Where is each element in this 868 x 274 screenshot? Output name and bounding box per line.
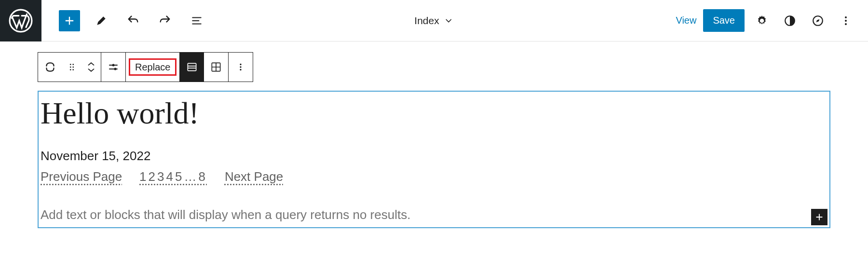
- top-left-tools: [59, 10, 207, 31]
- redo-button[interactable]: [154, 10, 176, 31]
- gear-icon: [756, 14, 768, 27]
- list-view-layout-button[interactable]: [180, 53, 204, 82]
- svg-point-13: [114, 68, 117, 70]
- grid-view-layout-button[interactable]: [204, 53, 228, 82]
- sliders-icon: [108, 61, 119, 73]
- svg-point-16: [240, 64, 242, 65]
- svg-point-8: [70, 67, 71, 68]
- no-results-placeholder[interactable]: Add text or blocks that will display whe…: [41, 207, 827, 222]
- svg-point-18: [240, 69, 242, 70]
- post-title[interactable]: Hello world!: [41, 96, 827, 131]
- chevron-down-icon: [86, 67, 96, 73]
- save-button[interactable]: Save: [703, 9, 745, 32]
- drag-icon: [67, 62, 77, 72]
- svg-point-5: [845, 23, 847, 25]
- replace-label: Replace: [135, 62, 170, 73]
- top-right-actions: View Save: [676, 9, 868, 32]
- plus-icon: [814, 212, 825, 222]
- chevron-down-icon: [444, 16, 454, 26]
- navigation-button[interactable]: [807, 10, 828, 31]
- plus-icon: [63, 14, 76, 27]
- pencil-icon: [95, 14, 108, 27]
- template-selector[interactable]: Index: [414, 15, 453, 27]
- pagination-numbers[interactable]: 12345…8: [139, 169, 207, 184]
- query-loop-icon: [44, 61, 56, 73]
- svg-point-17: [240, 66, 242, 68]
- kebab-icon: [235, 62, 246, 72]
- template-name: Index: [414, 15, 439, 27]
- undo-button[interactable]: [122, 10, 144, 31]
- list-view-icon: [190, 14, 203, 27]
- query-loop-block[interactable]: Hello world! November 15, 2022 Previous …: [38, 91, 830, 228]
- view-link[interactable]: View: [676, 15, 696, 26]
- svg-point-3: [845, 16, 847, 18]
- pagination: Previous Page 12345…8 Next Page: [41, 169, 827, 184]
- list-layout-icon: [186, 61, 198, 73]
- block-type-button[interactable]: [38, 53, 62, 82]
- editor-canvas: Replace Hello world! November 15, 2022 P…: [0, 41, 868, 228]
- drag-handle[interactable]: [62, 53, 81, 82]
- block-mover[interactable]: [81, 53, 101, 82]
- add-block-button[interactable]: [59, 10, 80, 31]
- more-options-button[interactable]: [835, 10, 856, 31]
- svg-point-10: [70, 69, 71, 70]
- chevron-up-icon: [86, 61, 96, 67]
- replace-button[interactable]: Replace: [129, 58, 176, 76]
- pagination-next[interactable]: Next Page: [225, 169, 283, 184]
- compass-icon: [812, 14, 824, 27]
- undo-icon: [126, 14, 140, 27]
- wordpress-logo[interactable]: [0, 0, 41, 41]
- block-toolbar: Replace: [38, 52, 253, 82]
- post-date[interactable]: November 15, 2022: [41, 149, 827, 164]
- editor-top-bar: Index View Save: [0, 0, 868, 41]
- add-block-inside-button[interactable]: [811, 209, 827, 225]
- svg-point-9: [72, 67, 74, 68]
- wordpress-icon: [9, 9, 33, 33]
- svg-point-7: [72, 64, 74, 65]
- svg-rect-14: [188, 63, 196, 70]
- grid-layout-icon: [210, 61, 222, 73]
- display-settings-button[interactable]: [101, 53, 125, 82]
- kebab-icon: [840, 15, 852, 27]
- redo-icon: [158, 14, 172, 27]
- svg-point-6: [70, 64, 71, 65]
- settings-button[interactable]: [751, 10, 773, 31]
- svg-point-4: [845, 20, 847, 22]
- list-view-button[interactable]: [186, 10, 207, 31]
- contrast-icon: [784, 14, 796, 27]
- svg-point-12: [112, 64, 115, 67]
- pagination-prev[interactable]: Previous Page: [41, 169, 122, 184]
- block-more-options[interactable]: [229, 53, 253, 82]
- svg-point-11: [72, 69, 74, 70]
- styles-button[interactable]: [779, 10, 800, 31]
- edit-tool-button[interactable]: [91, 10, 112, 31]
